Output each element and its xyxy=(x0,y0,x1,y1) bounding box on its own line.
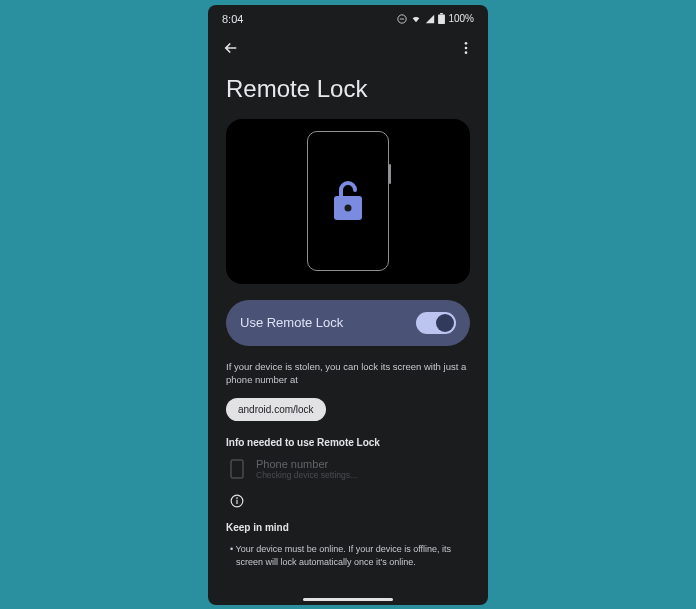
signal-icon xyxy=(425,14,435,24)
arrow-back-icon xyxy=(222,39,240,57)
more-vert-icon xyxy=(458,40,474,56)
back-button[interactable] xyxy=(222,39,240,57)
info-section-title: Info needed to use Remote Lock xyxy=(226,437,470,448)
svg-point-8 xyxy=(345,205,352,212)
svg-point-12 xyxy=(237,498,238,499)
phone-number-label: Phone number xyxy=(256,458,357,470)
switch-icon xyxy=(416,312,456,334)
status-bar: 8:04 100% xyxy=(208,5,488,29)
info-icon xyxy=(230,494,244,508)
unlock-icon xyxy=(328,178,368,224)
content: Remote Lock Use Remote Lock If your devi… xyxy=(208,63,488,605)
phone-number-row: Phone number Checking device settings... xyxy=(226,458,470,480)
info-icon-row xyxy=(226,494,470,512)
keep-in-mind-bullet: • Your device must be online. If your de… xyxy=(226,543,470,568)
more-button[interactable] xyxy=(458,40,474,56)
phone-outline-graphic xyxy=(307,131,389,271)
phone-number-sub: Checking device settings... xyxy=(256,470,357,480)
do-not-disturb-icon xyxy=(397,14,407,24)
battery-icon xyxy=(438,13,445,24)
status-icons: 100% xyxy=(397,13,474,24)
svg-rect-3 xyxy=(441,13,444,14)
svg-rect-2 xyxy=(438,14,445,24)
toolbar xyxy=(208,29,488,63)
svg-point-5 xyxy=(465,46,468,49)
use-remote-lock-toggle[interactable]: Use Remote Lock xyxy=(226,300,470,346)
chip-label: android.com/lock xyxy=(238,404,314,415)
home-indicator[interactable] xyxy=(303,598,393,601)
status-time: 8:04 xyxy=(222,13,243,25)
description-text: If your device is stolen, you can lock i… xyxy=(226,360,470,387)
wifi-icon xyxy=(410,14,422,24)
svg-rect-9 xyxy=(231,460,243,478)
toggle-label: Use Remote Lock xyxy=(240,315,343,330)
page-title: Remote Lock xyxy=(226,75,470,103)
phone-device-icon xyxy=(230,459,244,479)
keep-in-mind-title: Keep in mind xyxy=(226,522,470,533)
svg-point-4 xyxy=(465,42,468,45)
phone-frame: 8:04 100% Remote Lock xyxy=(208,5,488,605)
hero-illustration xyxy=(226,119,470,284)
battery-text: 100% xyxy=(448,13,474,24)
url-chip[interactable]: android.com/lock xyxy=(226,398,326,421)
svg-point-6 xyxy=(465,51,468,54)
